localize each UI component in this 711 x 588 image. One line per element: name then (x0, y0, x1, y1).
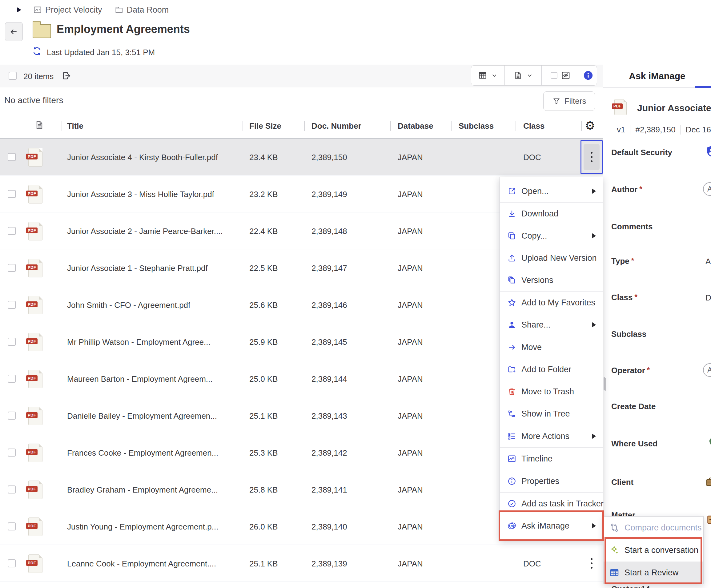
folder-icon (114, 5, 124, 15)
row-checkbox[interactable] (8, 227, 16, 235)
divider (681, 125, 681, 134)
row-file-size: 25.6 KB (249, 300, 278, 310)
menu-item-timeline[interactable]: Timeline (500, 448, 603, 470)
row-checkbox[interactable] (8, 485, 16, 493)
field-value: A (706, 257, 711, 266)
row-checkbox[interactable] (8, 301, 16, 309)
menu-item-label: Move to Trash (521, 387, 574, 397)
breadcrumb-workspace[interactable]: Project Velocity (45, 5, 102, 15)
pdf-badge: PDF (26, 486, 38, 492)
row-checkbox[interactable] (8, 559, 16, 567)
pdf-badge: PDF (26, 191, 38, 196)
pdf-file-icon: PDF (28, 222, 42, 240)
row-checkbox[interactable] (8, 190, 16, 198)
pdf-file-icon: PDF (28, 296, 42, 314)
row-checkbox[interactable] (8, 522, 16, 530)
row-checkbox[interactable] (8, 338, 16, 346)
funnel-icon (552, 97, 561, 106)
breadcrumb-section[interactable]: Data Room (127, 5, 169, 15)
submenu-arrow-icon (592, 233, 596, 238)
column-header-file-size[interactable]: File Size (249, 121, 281, 131)
refresh-icon[interactable] (32, 46, 42, 56)
preview-off-icon (561, 71, 570, 80)
back-button[interactable] (5, 22, 23, 41)
pdf-badge: PDF (26, 412, 38, 418)
row-doc-number: 2,389,150 (311, 153, 347, 162)
column-header-title[interactable]: Title (67, 121, 83, 131)
filters-button[interactable]: Filters (543, 91, 595, 111)
preview-toggle-button[interactable] (542, 66, 579, 85)
menu-item-add-to-folder[interactable]: Add to Folder (500, 358, 603, 380)
row-title: Justin Young - Employment Agreement.p... (67, 522, 218, 532)
table-view-button[interactable] (471, 66, 505, 85)
doc-type-column-icon (35, 120, 44, 130)
panel-title: Ask iManage (603, 65, 711, 88)
row-checkbox[interactable] (8, 375, 16, 383)
menu-item-show-in-tree[interactable]: Show in Tree (500, 403, 603, 425)
table-row[interactable]: PDFJunior Associate 4 - Kirsty Booth-Ful… (0, 139, 603, 175)
submenu-item-compare-documents[interactable]: Compare documents (604, 517, 703, 539)
menu-item-move[interactable]: Move (500, 336, 603, 358)
pdf-file-icon: PDF (28, 407, 42, 425)
menu-item-copy[interactable]: Copy... (500, 225, 603, 247)
row-kebab-menu-button[interactable] (581, 546, 603, 581)
row-title: Bradley Graham - Employment Agreeme... (67, 485, 218, 495)
items-count: 20 items (23, 72, 53, 81)
row-doc-number: 2,389,143 (311, 411, 347, 421)
avatar: A (703, 363, 711, 377)
preview-checkbox[interactable] (551, 72, 557, 79)
menu-item-share[interactable]: Share... (500, 314, 603, 336)
menu-item-properties[interactable]: Properties (500, 470, 603, 492)
row-file-size: 22.4 KB (249, 227, 278, 236)
row-database: JAPAN (398, 190, 423, 199)
row-checkbox[interactable] (8, 153, 16, 161)
menu-item-versions[interactable]: Versions (500, 269, 603, 291)
row-kebab-menu-button[interactable] (581, 140, 603, 174)
field-label: Create Date (611, 402, 656, 411)
export-icon[interactable] (62, 71, 71, 81)
menu-item-move-to-trash[interactable]: Move to Trash (500, 380, 603, 403)
info-icon (507, 477, 516, 486)
column-header-database[interactable]: Database (398, 121, 433, 131)
row-file-size: 25.8 KB (249, 485, 278, 495)
breadcrumb: Project Velocity Data Room (0, 4, 169, 16)
field-label: Comments (611, 222, 652, 231)
expand-triangle-icon[interactable] (17, 7, 21, 12)
row-doc-number: 2,389,149 (311, 190, 347, 199)
column-settings-gear-icon[interactable]: ⚙ (585, 119, 595, 132)
table-row[interactable]: PDFLeanne Cook - Employment Agreement...… (0, 545, 603, 582)
trash-icon (507, 387, 516, 396)
required-asterisk: * (647, 366, 650, 374)
row-file-size: 23.2 KB (249, 190, 278, 199)
menu-item-label: More Actions (521, 432, 569, 441)
panel-document-title: Junior Associate 4 - Kirsty Booth-Fuller… (637, 103, 711, 113)
select-all-checkbox[interactable] (8, 72, 17, 80)
menu-item-add-to-my-favorites[interactable]: Add to My Favorites (500, 292, 603, 314)
menu-item-upload-new-version[interactable]: Upload New Version (500, 247, 603, 269)
document-view-button[interactable] (505, 66, 542, 85)
menu-item-download[interactable]: Download (500, 203, 603, 225)
submenu-item-label: Compare documents (625, 523, 702, 532)
field-label: Custom14 (611, 584, 650, 588)
row-database: JAPAN (398, 448, 423, 458)
menu-item-label: Upload New Version (521, 253, 597, 263)
row-checkbox[interactable] (8, 412, 16, 420)
panel-field-subclass: Subclass (611, 330, 711, 340)
versions-icon (507, 275, 516, 285)
row-checkbox[interactable] (8, 448, 16, 457)
matter-icon (706, 514, 711, 525)
info-button[interactable] (579, 66, 597, 85)
row-file-size: 25.1 KB (249, 411, 278, 421)
row-checkbox[interactable] (8, 264, 16, 272)
list-scrollbar[interactable] (604, 377, 605, 390)
field-value: D (706, 293, 711, 302)
column-header-class[interactable]: Class (523, 121, 544, 131)
menu-item-more-actions[interactable]: More Actions (500, 425, 603, 447)
column-header-subclass[interactable]: Subclass (459, 121, 494, 131)
row-file-size: 22.5 KB (249, 264, 278, 273)
list-toolbar: 20 items (0, 65, 603, 88)
column-header-doc-number[interactable]: Doc. Number (311, 121, 361, 131)
menu-item-open[interactable]: Open... (500, 180, 603, 202)
column-separator (304, 121, 305, 131)
row-file-size: 25.3 KB (249, 448, 278, 458)
